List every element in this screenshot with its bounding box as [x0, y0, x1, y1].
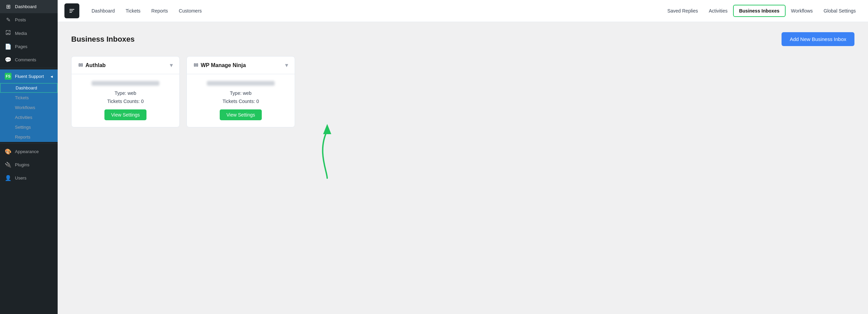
fs-settings-label: Settings	[15, 125, 31, 130]
nav-dashboard[interactable]: Dashboard	[86, 5, 120, 16]
tickets-prefix-wp: Tickets Counts:	[222, 99, 256, 104]
view-settings-authlab[interactable]: View Settings	[104, 109, 147, 120]
fs-tickets-label: Tickets	[15, 95, 29, 100]
fluent-support-icon: FS	[5, 73, 12, 80]
inbox-type-wp: Type: web	[230, 90, 252, 96]
sidebar-item-fs-settings[interactable]: Settings	[0, 122, 58, 132]
inbox-header-left: ✉ Authlab	[78, 62, 106, 68]
top-nav-links: Dashboard Tickets Reports Customers	[86, 5, 662, 16]
sidebar-item-plugins[interactable]: 🔌 Plugins	[0, 158, 58, 171]
inbox-tickets-authlab: Tickets Counts: 0	[107, 99, 144, 104]
fs-activities-label: Activities	[15, 115, 32, 120]
sidebar-item-fs-workflows[interactable]: Workflows	[0, 103, 58, 112]
inbox-section: ✉ Authlab ▾ Type: web Tickets Counts: 0	[71, 56, 854, 127]
sidebar-item-pages[interactable]: 📄 Pages	[0, 40, 58, 53]
sidebar-item-fs-reports[interactable]: Reports	[0, 132, 58, 142]
pages-icon: 📄	[5, 43, 12, 50]
tickets-count-wp: 0	[256, 99, 259, 104]
app-logo	[64, 3, 79, 18]
sidebar-item-label: Posts	[15, 17, 26, 22]
divider	[0, 68, 58, 68]
media-icon	[5, 30, 12, 37]
inbox-envelope-icon: ✉	[78, 62, 83, 68]
top-nav: Dashboard Tickets Reports Customers Save…	[58, 0, 868, 22]
fs-dashboard-label: Dashboard	[16, 85, 37, 90]
sidebar-item-media[interactable]: Media	[0, 26, 58, 40]
add-new-business-inbox-button[interactable]: Add New Business Inbox	[782, 32, 854, 46]
nav-global-settings[interactable]: Global Settings	[818, 5, 861, 16]
sidebar-item-label: Media	[15, 31, 27, 36]
collapse-icon: ◂	[51, 74, 53, 79]
dashboard-icon: ⊞	[5, 3, 12, 10]
sidebar-item-label: Plugins	[15, 162, 29, 167]
type-value-authlab: web	[127, 90, 136, 96]
nav-workflows[interactable]: Workflows	[786, 5, 818, 16]
posts-icon: ✎	[5, 17, 12, 23]
tickets-count-authlab: 0	[141, 99, 144, 104]
sidebar-item-posts[interactable]: ✎ Posts	[0, 13, 58, 26]
green-arrow-annotation	[310, 124, 344, 185]
inbox-card-authlab: ✉ Authlab ▾ Type: web Tickets Counts: 0	[71, 56, 180, 127]
view-settings-wp[interactable]: View Settings	[220, 109, 262, 120]
inbox-url-blurred	[92, 81, 159, 86]
sidebar-item-label: Comments	[15, 57, 36, 62]
sidebar-item-fs-dashboard[interactable]: Dashboard	[0, 83, 58, 93]
page-title: Business Inboxes	[71, 35, 135, 44]
inbox-card-body-wp: Type: web Tickets Counts: 0 View Setting…	[187, 74, 295, 127]
nav-tickets[interactable]: Tickets	[120, 5, 146, 16]
top-nav-right: Saved Replies Activities Business Inboxe…	[662, 5, 861, 17]
nav-activities[interactable]: Activities	[703, 5, 733, 16]
tickets-prefix: Tickets Counts:	[107, 99, 141, 104]
sidebar-item-users[interactable]: 👤 Users	[0, 171, 58, 185]
inbox-name-wp: WP Manage Ninja	[201, 62, 246, 68]
inbox-card-header-wp: ✉ WP Manage Ninja ▾	[187, 57, 295, 74]
inbox-card-header-authlab: ✉ Authlab ▾	[72, 57, 179, 74]
page-header: Business Inboxes Add New Business Inbox	[71, 32, 854, 46]
inbox-name-authlab: Authlab	[85, 62, 106, 68]
fs-workflows-label: Workflows	[15, 105, 35, 110]
nav-customers[interactable]: Customers	[173, 5, 207, 16]
plugins-icon: 🔌	[5, 162, 12, 168]
chevron-down-icon-wp[interactable]: ▾	[285, 62, 288, 68]
fluent-support-label: Fluent Support	[15, 74, 44, 79]
wp-sidebar: ⊞ Dashboard ✎ Posts Media 📄 Pages 💬 Comm…	[0, 0, 58, 314]
sidebar-item-label: Appearance	[15, 149, 39, 154]
comments-icon: 💬	[5, 57, 12, 63]
main-area: Dashboard Tickets Reports Customers Save…	[58, 0, 868, 314]
sidebar-item-label: Dashboard	[15, 4, 37, 9]
inbox-type-authlab: Type: web	[115, 90, 136, 96]
appearance-icon: 🎨	[5, 148, 12, 155]
page-content: Business Inboxes Add New Business Inbox …	[58, 22, 868, 314]
type-prefix-wp: Type:	[230, 90, 243, 96]
type-prefix: Type:	[115, 90, 127, 96]
nav-reports[interactable]: Reports	[146, 5, 173, 16]
chevron-down-icon[interactable]: ▾	[170, 62, 173, 68]
inbox-tickets-wp: Tickets Counts: 0	[222, 99, 259, 104]
fluent-support-header[interactable]: FS Fluent Support ◂	[0, 69, 58, 83]
inbox-card-body-authlab: Type: web Tickets Counts: 0 View Setting…	[72, 74, 179, 127]
sidebar-item-appearance[interactable]: 🎨 Appearance	[0, 145, 58, 158]
divider2	[0, 143, 58, 144]
inbox-cards: ✉ Authlab ▾ Type: web Tickets Counts: 0	[71, 56, 854, 127]
inbox-header-left-wp: ✉ WP Manage Ninja	[194, 62, 246, 68]
type-value-wp: web	[243, 90, 252, 96]
nav-business-inboxes[interactable]: Business Inboxes	[733, 5, 786, 17]
nav-saved-replies[interactable]: Saved Replies	[662, 5, 703, 16]
sidebar-item-label: Pages	[15, 44, 27, 49]
sidebar-item-fs-tickets[interactable]: Tickets	[0, 93, 58, 103]
sidebar-item-dashboard[interactable]: ⊞ Dashboard	[0, 0, 58, 13]
users-icon: 👤	[5, 175, 12, 181]
sidebar-item-comments[interactable]: 💬 Comments	[0, 53, 58, 66]
inbox-envelope-icon-wp: ✉	[194, 62, 198, 68]
inbox-card-wp-manage-ninja: ✉ WP Manage Ninja ▾ Type: web Tickets Co…	[186, 56, 295, 127]
sidebar-item-fs-activities[interactable]: Activities	[0, 112, 58, 122]
fluent-support-section: FS Fluent Support ◂ Dashboard Tickets Wo…	[0, 69, 58, 142]
sidebar-item-label: Users	[15, 175, 26, 181]
inbox-url-blurred-wp	[207, 81, 275, 86]
fs-reports-label: Reports	[15, 134, 31, 140]
